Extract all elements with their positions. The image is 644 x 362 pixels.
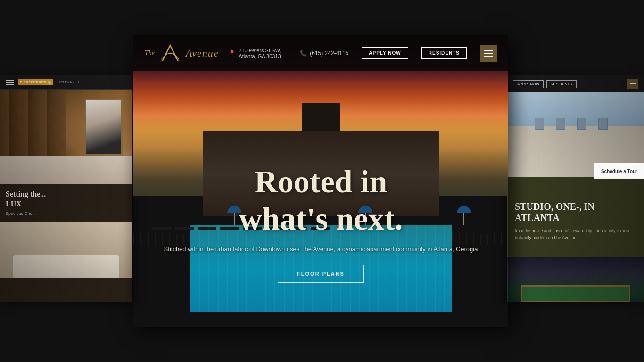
hero-title: Rooted in what's next. bbox=[152, 163, 489, 237]
nav-hamburger-button[interactable] bbox=[480, 45, 497, 62]
left-card-heading: Setting the... LUX bbox=[6, 189, 126, 209]
right-residents-button[interactable]: RESIDENTS bbox=[546, 80, 577, 88]
address-line2: Atlanta, GA 30313 bbox=[239, 53, 281, 59]
nav-phone: 📞 (615) 242-4115 bbox=[300, 50, 348, 57]
right-card-paragraph: from the hustle and bustle of stewardshi… bbox=[515, 228, 636, 241]
right-header-buttons: APPLY NOW RESIDENTS bbox=[513, 80, 577, 88]
nav-address: 📍 210 Peters St SW, Atlanta, GA 30313 bbox=[229, 48, 281, 59]
logo-avenue-text: Avenue bbox=[186, 47, 219, 59]
address-line1: 210 Peters St SW, bbox=[239, 48, 281, 53]
logo-the-text: The bbox=[145, 49, 155, 57]
residents-button[interactable]: RESIDENTS bbox=[421, 47, 467, 59]
left-header-info: 123 Preferred... bbox=[58, 81, 82, 84]
apply-now-button[interactable]: APPLY NOW bbox=[362, 47, 408, 59]
floor-plans-button[interactable]: FLOOR PLANS bbox=[278, 265, 364, 283]
apt-windows-grid bbox=[535, 118, 617, 130]
left-hamburger-icon[interactable] bbox=[6, 80, 14, 85]
phone-icon: 📞 bbox=[300, 50, 307, 57]
logo-area: The Avenue bbox=[145, 41, 219, 65]
apt-window-3 bbox=[577, 118, 586, 130]
right-card-heading: STUDIO, ONE-, IN ATLANTA bbox=[515, 201, 636, 223]
hero-subtitle: Stitched within the urban fabric of Down… bbox=[152, 245, 489, 254]
card-left-image2 bbox=[0, 222, 132, 278]
right-hamburger-icon[interactable] bbox=[627, 79, 638, 89]
card-right-content: STUDIO, ONE-, IN ATLANTA from the hustle… bbox=[507, 177, 644, 253]
logo-a-icon bbox=[158, 41, 182, 65]
preferred-logo: P PREFERRED ◎ bbox=[18, 79, 53, 85]
apt-window-1 bbox=[535, 118, 544, 130]
pin-icon: 📍 bbox=[229, 50, 236, 57]
hero-title-line2: what's next. bbox=[239, 201, 403, 237]
card-right-image2 bbox=[507, 257, 644, 302]
card-center: The Avenue 📍 210 Peters St SW, Atlanta, … bbox=[133, 35, 508, 327]
main-navbar: The Avenue 📍 210 Peters St SW, Atlanta, … bbox=[133, 35, 508, 71]
hero-title-line1: Rooted in bbox=[255, 164, 387, 199]
right-apply-now-button[interactable]: APPLY NOW bbox=[513, 80, 544, 88]
card-right-header: APPLY NOW RESIDENTS bbox=[507, 75, 644, 92]
card-left-text: Setting the... LUX Spacious One... bbox=[0, 184, 132, 222]
apt-window-4 bbox=[598, 118, 608, 130]
card-left-header: P PREFERRED ◎ 123 Preferred... bbox=[0, 75, 132, 90]
interior-couch bbox=[13, 255, 119, 278]
card-right: APPLY NOW RESIDENTS Schedule a Tour STUD… bbox=[507, 75, 644, 302]
card-left-image bbox=[0, 90, 132, 184]
wall-painting bbox=[85, 99, 123, 156]
schedule-tour-button[interactable]: Schedule a Tour bbox=[594, 163, 644, 179]
sofa bbox=[0, 156, 132, 184]
hero-content: Rooted in what's next. Stitched within t… bbox=[133, 163, 508, 283]
phone-number: (615) 242-4115 bbox=[310, 50, 348, 57]
pool-table bbox=[521, 285, 630, 302]
left-card-subtext: Spacious One... bbox=[6, 211, 126, 216]
schedule-tour-label: Schedule a Tour bbox=[601, 169, 637, 174]
apt-window-2 bbox=[556, 118, 565, 130]
card-left: P PREFERRED ◎ 123 Preferred... Setting t… bbox=[0, 75, 132, 302]
preferred-brand-box: P PREFERRED ◎ bbox=[18, 79, 53, 85]
